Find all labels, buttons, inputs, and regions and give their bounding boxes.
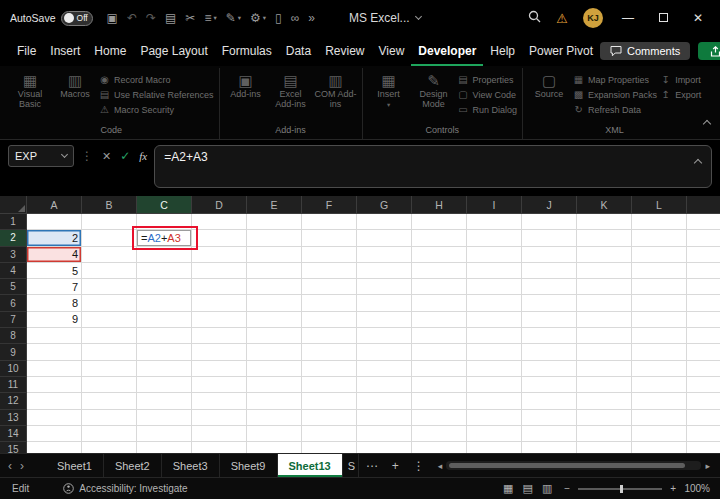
cell-J10[interactable] (522, 361, 577, 377)
format-painter-icon[interactable]: ✎▾ (226, 12, 241, 24)
cell-H11[interactable] (412, 377, 467, 393)
ribbon-button-map-properties[interactable]: ▦Map Properties (573, 74, 657, 85)
avatar[interactable]: KJ (583, 8, 603, 28)
cell-K12[interactable] (577, 393, 632, 409)
cell-C11[interactable] (137, 377, 192, 393)
scrollbar-thumb[interactable] (449, 463, 685, 468)
cell-F3[interactable] (302, 247, 357, 263)
cell-L12[interactable] (632, 393, 687, 409)
cell-I10[interactable] (467, 361, 522, 377)
row-header-4[interactable]: 4 (0, 263, 27, 279)
row-header-12[interactable]: 12 (0, 393, 27, 409)
cell-A6[interactable]: 8 (27, 295, 82, 311)
cell-A10[interactable] (27, 361, 82, 377)
cell-I4[interactable] (467, 263, 522, 279)
cell-C14[interactable] (137, 426, 192, 442)
cell-C10[interactable] (137, 361, 192, 377)
cell-B11[interactable] (82, 377, 137, 393)
row-header-7[interactable]: 7 (0, 312, 27, 328)
cell-H12[interactable] (412, 393, 467, 409)
collapse-ribbon-button[interactable] (704, 113, 710, 131)
paste-icon[interactable]: ▤ (165, 12, 176, 24)
warning-icon[interactable]: ⚠ (556, 11, 568, 26)
cell-C9[interactable] (137, 344, 192, 360)
cell-D5[interactable] (192, 279, 247, 295)
cell-A11[interactable] (27, 377, 82, 393)
zoom-slider[interactable] (578, 488, 662, 490)
cell-D11[interactable] (192, 377, 247, 393)
cell-C4[interactable] (137, 263, 192, 279)
cell-B1[interactable] (82, 214, 137, 230)
ribbon-button-excel-add-ins[interactable]: ▤Excel Add-ins (270, 68, 312, 110)
cell-K3[interactable] (577, 247, 632, 263)
ribbon-button-record-macro[interactable]: ◉Record Macro (99, 74, 214, 85)
cell-B3[interactable] (82, 247, 137, 263)
cell-F10[interactable] (302, 361, 357, 377)
tab-home[interactable]: Home (87, 36, 133, 66)
cell-B7[interactable] (82, 312, 137, 328)
column-header-G[interactable]: G (357, 196, 412, 214)
cell-K15[interactable] (577, 442, 632, 453)
cell-F5[interactable] (302, 279, 357, 295)
ribbon-button-export[interactable]: ↥Export (660, 89, 701, 100)
cell-D1[interactable] (192, 214, 247, 230)
cell-K8[interactable] (577, 328, 632, 344)
cell-H3[interactable] (412, 247, 467, 263)
scrollbar-track[interactable] (446, 461, 701, 470)
column-header-F[interactable]: F (302, 196, 357, 214)
cell-F2[interactable] (302, 230, 357, 246)
cell-J8[interactable] (522, 328, 577, 344)
cell-G13[interactable] (357, 410, 412, 426)
column-header-A[interactable]: A (27, 196, 82, 214)
cell-F8[interactable] (302, 328, 357, 344)
cell-G14[interactable] (357, 426, 412, 442)
maximize-button[interactable] (653, 11, 673, 25)
sheet-options-button[interactable]: ⋮ (406, 459, 432, 473)
cell-H13[interactable] (412, 410, 467, 426)
cell-F15[interactable] (302, 442, 357, 453)
cell-I1[interactable] (467, 214, 522, 230)
row-header-2[interactable]: 2 (0, 230, 27, 246)
cell-A4[interactable]: 5 (27, 263, 82, 279)
cell-K9[interactable] (577, 344, 632, 360)
cell-I11[interactable] (467, 377, 522, 393)
cell-D10[interactable] (192, 361, 247, 377)
row-header-10[interactable]: 10 (0, 361, 27, 377)
ribbon-button-add-ins[interactable]: ▣Add-ins (225, 68, 267, 100)
ribbon-button-design-mode[interactable]: ✎Design Mode (413, 68, 455, 110)
more-sheets-button[interactable]: ⋯ (359, 459, 385, 473)
tab-help[interactable]: Help (483, 36, 522, 66)
cell-C5[interactable] (137, 279, 192, 295)
minimize-button[interactable]: — (618, 11, 638, 25)
cell-E8[interactable] (247, 328, 302, 344)
insert-function-button[interactable]: fx (139, 150, 147, 162)
cell-E1[interactable] (247, 214, 302, 230)
cell-A8[interactable] (27, 328, 82, 344)
cell-L10[interactable] (632, 361, 687, 377)
cell-D3[interactable] (192, 247, 247, 263)
cell-J11[interactable] (522, 377, 577, 393)
cell-G12[interactable] (357, 393, 412, 409)
tab-data[interactable]: Data (279, 36, 318, 66)
cell-F14[interactable] (302, 426, 357, 442)
sheet-tab-sheet2[interactable]: Sheet2 (104, 454, 162, 477)
cell-L8[interactable] (632, 328, 687, 344)
row-header-15[interactable]: 15 (0, 442, 27, 453)
cell-G2[interactable] (357, 230, 412, 246)
cell-D7[interactable] (192, 312, 247, 328)
link-icon[interactable]: ∞ (291, 12, 300, 24)
cell-D15[interactable] (192, 442, 247, 453)
sheet-tab-sheet3[interactable]: Sheet3 (162, 454, 220, 477)
cell-K1[interactable] (577, 214, 632, 230)
cell-D4[interactable] (192, 263, 247, 279)
ribbon-button-refresh-data[interactable]: ↻Refresh Data (573, 104, 657, 115)
cell-D12[interactable] (192, 393, 247, 409)
cell-G9[interactable] (357, 344, 412, 360)
ribbon-button-macro-security[interactable]: ⚠Macro Security (99, 104, 214, 115)
cell-H6[interactable] (412, 295, 467, 311)
ribbon-button-visual-basic[interactable]: ▦Visual Basic (9, 68, 51, 110)
cell-L14[interactable] (632, 426, 687, 442)
cell-E10[interactable] (247, 361, 302, 377)
cell-G5[interactable] (357, 279, 412, 295)
column-header-B[interactable]: B (82, 196, 137, 214)
